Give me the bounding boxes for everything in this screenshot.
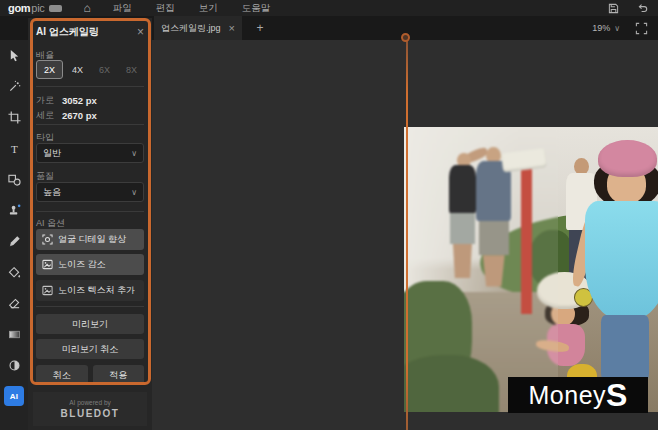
moneys-watermark: MoneyS [508, 377, 648, 413]
logo-text-primary: gom [8, 2, 30, 14]
panel-title: AI 업스케일링 [36, 25, 99, 39]
home-icon[interactable]: ⌂ [84, 3, 91, 13]
scale-8x-button[interactable]: 8X [119, 60, 144, 79]
divider [36, 124, 144, 125]
add-noise-texture-button[interactable]: 노이즈 텍스처 추가 [36, 280, 144, 301]
save-icon[interactable] [608, 3, 619, 14]
preview-button[interactable]: 미리보기 [36, 314, 144, 334]
text-tool-icon[interactable]: T [4, 138, 24, 158]
scale-4x-button[interactable]: 4X [65, 60, 90, 79]
menu-bar: 파일 편집 보기 도움말 [113, 2, 271, 15]
before-side-overlay [404, 127, 558, 412]
scale-6x-button[interactable]: 6X [92, 60, 117, 79]
face-detail-enhance-button[interactable]: 얼굴 디테일 향상 [36, 229, 144, 250]
compare-slider-handle[interactable] [401, 33, 410, 42]
divider [36, 306, 144, 307]
fill-bucket-tool-icon[interactable] [4, 262, 24, 282]
apply-button[interactable]: 적용 [93, 365, 145, 385]
title-bar: gom pic ⌂ 파일 편집 보기 도움말 [0, 0, 658, 16]
zoom-level-value: 19% [592, 23, 610, 33]
width-label: 가로 [36, 94, 56, 107]
menu-view[interactable]: 보기 [199, 2, 218, 15]
canvas-area [152, 40, 658, 430]
app-window: gom pic ⌂ 파일 편집 보기 도움말 업스케일 [0, 0, 658, 430]
chevron-down-icon: ∨ [614, 24, 620, 33]
chevron-down-icon: ∨ [131, 149, 137, 158]
pen-tool-icon[interactable] [4, 231, 24, 251]
scale-button-group: 2X 4X 6X 8X [36, 60, 144, 79]
magic-wand-tool-icon[interactable] [4, 76, 24, 96]
logo-text-secondary: pic [31, 2, 44, 14]
type-select-value: 일반 [43, 147, 61, 160]
chevron-down-icon: ∨ [131, 188, 137, 197]
scale-2x-button[interactable]: 2X [36, 60, 63, 79]
divider [36, 86, 144, 87]
powered-by-text: AI powered by [69, 399, 111, 406]
quality-select-value: 높음 [43, 186, 61, 199]
tab-close-icon[interactable]: × [229, 24, 235, 33]
photo-child-standing [598, 140, 656, 177]
fit-screen-icon[interactable] [635, 21, 648, 39]
undo-icon[interactable] [637, 3, 648, 14]
blur-tool-icon[interactable] [4, 355, 24, 375]
svg-text:T: T [11, 142, 18, 154]
divider [36, 211, 144, 212]
cancel-preview-button[interactable]: 미리보기 취소 [36, 339, 144, 359]
menu-help[interactable]: 도움말 [242, 2, 271, 15]
menu-file[interactable]: 파일 [113, 2, 132, 15]
new-tab-button[interactable]: + [252, 20, 268, 36]
ai-upscaling-panel: AI 업스케일링 × 배율 2X 4X 6X 8X 가로 3052 px 세로 … [28, 18, 152, 430]
face-detail-icon [42, 231, 53, 249]
select-tool-icon[interactable] [4, 45, 24, 65]
app-logo: gom pic [8, 2, 62, 14]
tool-bar: T [0, 40, 28, 430]
quality-select[interactable]: 높음 ∨ [36, 182, 144, 202]
eraser-tool-icon[interactable] [4, 293, 24, 313]
image-icon [42, 256, 53, 274]
height-label: 세로 [36, 109, 56, 122]
tab-upscaling-jpg[interactable]: 업스케일링.jpg × [154, 16, 242, 40]
menu-edit[interactable]: 편집 [156, 2, 175, 15]
compare-slider-line[interactable] [406, 38, 408, 430]
powered-by-box: AI powered by BLUEDOT [33, 392, 147, 426]
height-value: 2670 px [62, 110, 97, 121]
photo-canvas [404, 127, 658, 412]
crop-tool-icon[interactable] [4, 107, 24, 127]
bluedot-brand: BLUEDOT [61, 408, 120, 419]
shape-tool-icon[interactable] [4, 169, 24, 189]
zoom-control[interactable]: 19% ∨ [592, 16, 620, 40]
clone-stamp-tool-icon[interactable] [4, 200, 24, 220]
tab-label: 업스케일링.jpg [161, 22, 223, 35]
noise-reduction-button[interactable]: 노이즈 감소 [36, 254, 144, 275]
panel-close-icon[interactable]: × [137, 27, 144, 37]
image-texture-icon [42, 282, 53, 300]
gradient-tool-icon[interactable] [4, 324, 24, 344]
width-value: 3052 px [62, 95, 97, 106]
cancel-button[interactable]: 취소 [36, 365, 88, 385]
type-select[interactable]: 일반 ∨ [36, 143, 144, 163]
ai-upscale-tool-icon[interactable]: AI [4, 386, 24, 406]
logo-badge [49, 5, 62, 12]
